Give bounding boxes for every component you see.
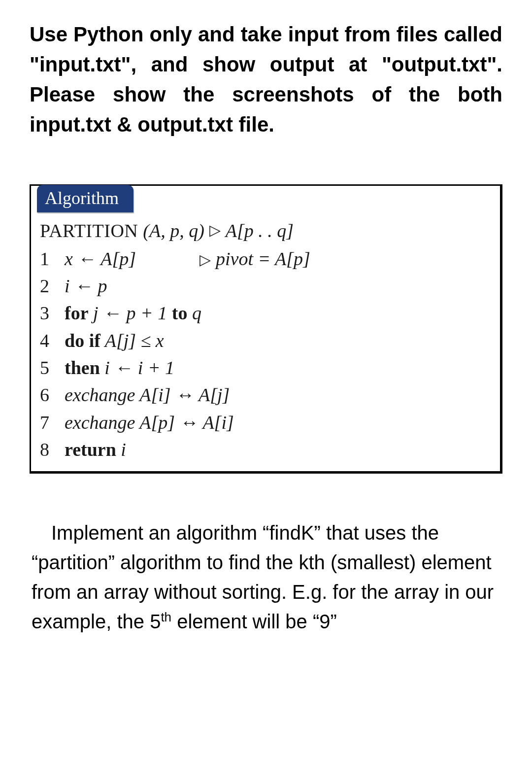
question-paragraph: Implement an algorithm “findK” that uses… bbox=[30, 518, 502, 636]
ordinal-sup: th bbox=[161, 610, 171, 624]
algorithm-body: PARTITION(A, p, q) ▷ A[p . . q] 1 x ← A[… bbox=[31, 212, 500, 472]
line-7: exchange A[p] ↔ A[i] bbox=[65, 412, 234, 433]
kw-return: return bbox=[65, 439, 116, 460]
algorithm-signature: PARTITION(A, p, q) ▷ A[p . . q] bbox=[40, 218, 491, 243]
algorithm-box: Algorithm PARTITION(A, p, q) ▷ A[p . . q… bbox=[30, 184, 502, 474]
algorithm-box-title: Algorithm bbox=[37, 185, 133, 212]
line-number: 1 bbox=[40, 245, 65, 273]
pivot-text: pivot = A[p] bbox=[216, 248, 310, 269]
triangle-icon: ▷ bbox=[209, 220, 221, 241]
line-5-body: i ← i + 1 bbox=[100, 357, 174, 378]
kw-then: then bbox=[65, 357, 100, 378]
line-4-cond: A[j] ≤ x bbox=[100, 330, 164, 351]
kw-to: to bbox=[172, 303, 188, 323]
line-number: 3 bbox=[40, 300, 65, 327]
line-number: 4 bbox=[40, 327, 65, 354]
line-number: 5 bbox=[40, 354, 65, 381]
line-8-var: i bbox=[116, 439, 126, 460]
line-3-end: q bbox=[187, 303, 201, 323]
line-6: exchange A[i] ↔ A[j] bbox=[65, 384, 230, 405]
triangle-icon: ▷ bbox=[200, 250, 211, 270]
fn-name: PARTITION bbox=[40, 218, 138, 243]
line-number: 6 bbox=[40, 381, 65, 409]
kw-for: for bbox=[65, 303, 89, 323]
line-1: x ← A[p] bbox=[65, 248, 136, 269]
line-2: i ← p bbox=[65, 275, 107, 296]
line-number: 8 bbox=[40, 436, 65, 463]
algorithm-lines: 1 x ← A[p] ▷ pivot = A[p] 2 i ← p 3 for … bbox=[40, 245, 310, 463]
kw-doif: do if bbox=[65, 330, 100, 351]
question-text-2: element will be “9” bbox=[171, 611, 337, 632]
line-number: 2 bbox=[40, 273, 65, 300]
line-number: 7 bbox=[40, 409, 65, 436]
line-3-body: j ← p + 1 bbox=[89, 303, 172, 323]
fn-range: A[p . . q] bbox=[226, 218, 294, 243]
instructions-paragraph: Use Python only and take input from file… bbox=[30, 20, 502, 140]
fn-args: (A, p, q) bbox=[143, 218, 204, 243]
pivot-comment: ▷ pivot = A[p] bbox=[200, 246, 310, 272]
